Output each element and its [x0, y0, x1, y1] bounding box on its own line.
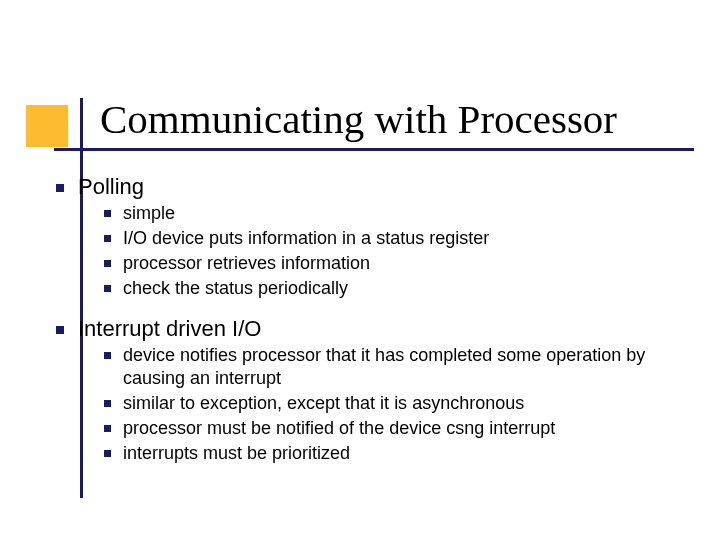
- list-item: I/O device puts information in a status …: [104, 227, 686, 250]
- list-item-text: device notifies processor that it has co…: [123, 344, 686, 390]
- slide-title: Communicating with Processor: [100, 95, 617, 143]
- list-item-text: interrupts must be prioritized: [123, 442, 350, 465]
- square-bullet-icon: [104, 450, 111, 457]
- list-item-text: processor must be notified of the device…: [123, 417, 555, 440]
- square-bullet-icon: [104, 352, 111, 359]
- list-item-text: I/O device puts information in a status …: [123, 227, 489, 250]
- list-item: simple: [104, 202, 686, 225]
- horizontal-rule: [54, 148, 694, 151]
- square-bullet-icon: [104, 425, 111, 432]
- list-item: check the status periodically: [104, 277, 686, 300]
- list-item-text: similar to exception, except that it is …: [123, 392, 524, 415]
- section-heading: Interrupt driven I/O: [56, 316, 686, 342]
- square-bullet-icon: [104, 400, 111, 407]
- section-heading: Polling: [56, 174, 686, 200]
- list-item-text: processor retrieves information: [123, 252, 370, 275]
- square-bullet-icon: [104, 260, 111, 267]
- list-item-text: check the status periodically: [123, 277, 348, 300]
- list-item: interrupts must be prioritized: [104, 442, 686, 465]
- list-item: processor retrieves information: [104, 252, 686, 275]
- square-bullet-icon: [104, 210, 111, 217]
- slide-body: Polling simple I/O device puts informati…: [56, 168, 686, 467]
- square-bullet-icon: [56, 184, 64, 192]
- list-item: device notifies processor that it has co…: [104, 344, 686, 390]
- section-heading-text: Interrupt driven I/O: [78, 316, 261, 342]
- list-item-text: simple: [123, 202, 175, 225]
- square-bullet-icon: [104, 285, 111, 292]
- slide: Communicating with Processor Polling sim…: [0, 0, 720, 540]
- list-item: similar to exception, except that it is …: [104, 392, 686, 415]
- list-item: processor must be notified of the device…: [104, 417, 686, 440]
- square-bullet-icon: [104, 235, 111, 242]
- accent-block: [26, 105, 68, 147]
- square-bullet-icon: [56, 326, 64, 334]
- section-heading-text: Polling: [78, 174, 144, 200]
